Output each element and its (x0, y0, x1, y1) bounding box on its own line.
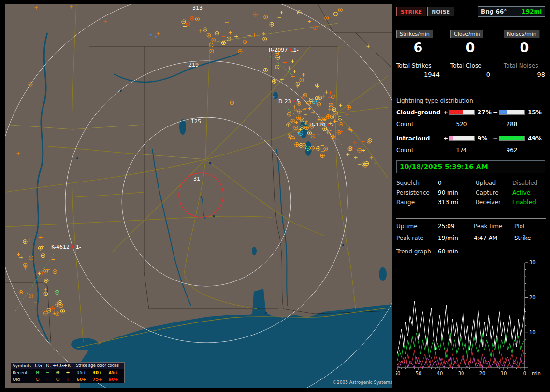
ic-plus-count: 174 (449, 147, 475, 154)
legend-grid: Symbols-CG-IC+CG+ICStrike age color code… (11, 363, 124, 383)
status-row-1: Squelch 0 Upload Disabled (396, 180, 546, 189)
trend-y-tick-label: 10 (529, 330, 536, 335)
intracloud-label: Intracloud (396, 135, 430, 142)
trend-y-tick-label: 20 (529, 295, 536, 300)
receiver-value: Enabled (512, 199, 536, 206)
close-per-min-chip[interactable]: Close/min (450, 30, 483, 38)
trend-x-tick-label: 50 (416, 371, 422, 376)
copyright-text: ©2005 Astrogenic Systems (333, 380, 392, 385)
map-legend: Symbols-CG-IC+CG+ICStrike age color code… (11, 362, 125, 383)
uptime-value: 25:09 (438, 223, 455, 230)
storm-cell-label: R-2097 (269, 47, 288, 53)
range-setting-value: 313 mi (438, 199, 458, 206)
trend-series-cloud_ground (397, 350, 525, 368)
legend-age-value: 30+ (89, 369, 105, 376)
noises-per-min-value: 0 (504, 40, 545, 56)
total-close-value: 0 (450, 71, 490, 78)
ic-plus-bar (449, 136, 475, 141)
receiver-label: Receiver (476, 199, 501, 206)
storm-cell-rank: 2 (331, 122, 334, 128)
legend-symbol-icon: ⊕ (53, 369, 63, 376)
cg-plus-count: 520 (449, 121, 475, 127)
trend-y-tick-label: 30 (529, 260, 536, 265)
legend-row: Recent⊖−⊕+15+30+45+ (11, 369, 124, 376)
total-close-label: Total Close (450, 62, 490, 69)
legend-symbol-icon: + (63, 376, 73, 383)
upload-label: Upload (476, 180, 496, 186)
squelch-value: 0 (438, 180, 442, 186)
uptime-label: Uptime (396, 223, 418, 230)
trend-series-strikes (397, 301, 525, 354)
trend-x-unit-label: min (532, 371, 541, 376)
total-noises-value: 98 (504, 71, 545, 78)
ic-plus-pct: 9% (478, 135, 487, 142)
legend-col-header: -CG (32, 363, 43, 369)
trend-x-tick-label: 10 (501, 371, 507, 376)
trend-x-tick-label: 20 (479, 371, 486, 376)
cg-plus-bar (449, 110, 475, 115)
storm-cell-rank: 1- (293, 47, 299, 53)
persistence-label: Persistence (396, 189, 430, 196)
upload-value: Disabled (512, 180, 537, 186)
legend-age-value: 60+ (73, 376, 89, 383)
legend-age-value: 15+ (73, 369, 89, 376)
plus-sign: + (443, 109, 448, 116)
app-window: 12521931331R-20971-D-235D-1202K-46121- S… (0, 0, 550, 392)
strikes-per-min-chip[interactable]: Strikes/min (396, 30, 433, 38)
alarm-ring-label: 31 (193, 176, 200, 182)
peak-time-label: Peak time (474, 223, 502, 230)
intracloud-count-row: Count 174 962 (396, 147, 546, 154)
trend-series-noises (397, 357, 525, 368)
range-value: 192mi (521, 8, 542, 15)
count-label: Count (396, 121, 414, 127)
legend-symbol-icon: ⊕ (53, 376, 63, 383)
capture-label: Capture (476, 189, 499, 196)
cg-plus-pct: 27% (478, 109, 492, 116)
ic-minus-count: 962 (499, 147, 525, 154)
distribution-title: Lightning type distribution (396, 98, 546, 107)
legend-row: Old⊖−⊕+60+75+90+ (11, 376, 124, 383)
legend-age-header: Strike age color codes (73, 363, 121, 369)
strike-toggle-button[interactable]: STRIKE (396, 7, 426, 16)
plus-sign: + (443, 135, 448, 142)
legend-row-label: Old (11, 376, 32, 383)
legend-age-cells: 60+75+90+ (73, 376, 121, 383)
legend-symbol-icon: − (43, 369, 53, 376)
close-per-min-value: 0 (450, 40, 490, 56)
storm-cell-rank: 5 (296, 98, 300, 105)
noises-per-min-chip[interactable]: Noises/min (504, 30, 540, 38)
count-label: Count (396, 147, 414, 154)
persistence-value: 90 min (438, 189, 458, 196)
legend-col-header: +IC (63, 363, 73, 369)
storm-cell-label: K-4612 (51, 244, 70, 250)
trend-x-tick-label: 40 (437, 371, 443, 376)
map-canvas: 12521931331R-20971-D-235D-1202K-46121- (5, 4, 392, 388)
legend-symbol-icon: − (43, 376, 53, 383)
bearing-value: Bng 66° (481, 8, 507, 15)
close-column: Close/min 0 Total Close 0 (450, 30, 490, 78)
legend-symbols-header: Symbols (11, 363, 32, 369)
session-row-2: Peak rate 19/min 4:47 AM Strike (396, 235, 546, 244)
trend-x-tick-label: 60 (396, 371, 400, 376)
range-label: Range (396, 199, 415, 206)
trend-x-tick-label: 0 (523, 371, 526, 376)
squelch-label: Squelch (396, 180, 420, 186)
trend-graph-window: 60 min (438, 248, 458, 255)
legend-symbol-icon: ⊖ (32, 369, 43, 376)
cloud-ground-count-row: Count 520 288 (396, 121, 546, 128)
minus-sign: − (493, 109, 498, 116)
total-strikes-value: 1944 (396, 71, 440, 78)
minus-sign: − (493, 135, 498, 142)
capture-value: Active (512, 189, 530, 196)
cg-minus-bar (499, 110, 525, 115)
legend-age-value: 75+ (89, 376, 105, 383)
lightning-map[interactable]: 12521931331R-20971-D-235D-1202K-46121- S… (5, 4, 392, 388)
total-strikes-label: Total Strikes (396, 62, 440, 69)
strikes-per-min-value: 6 (396, 40, 440, 56)
legend-symbol-icon: + (63, 369, 73, 376)
range-ring-label: 219 (188, 62, 199, 68)
legend-age-value: 45+ (105, 369, 121, 376)
ic-minus-bar (499, 136, 525, 141)
noise-toggle-button[interactable]: NOISE (427, 7, 454, 16)
trend-graph-row: Trend graph 60 min (396, 248, 431, 255)
